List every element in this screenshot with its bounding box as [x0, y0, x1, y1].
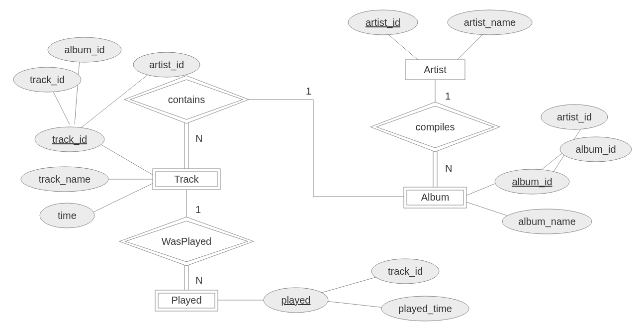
- rel-compiles: compiles: [370, 102, 500, 152]
- attr-artist-name: artist_name: [448, 10, 532, 35]
- attr-track-id-sub-label: track_id: [30, 74, 65, 86]
- card-contains-track: N: [195, 133, 202, 144]
- attr-track-id-played: track_id: [371, 259, 439, 284]
- rel-wasplayed: WasPlayed: [119, 217, 254, 266]
- attr-album-name-label: album_name: [518, 216, 576, 227]
- card-track-wasplayed: 1: [195, 204, 201, 215]
- attr-track-id-sub: track_id: [13, 67, 81, 92]
- attr-time: time: [40, 203, 94, 228]
- attr-track-id-played-label: track_id: [388, 266, 423, 277]
- attr-artist-id-sub-album: artist_id: [541, 105, 608, 129]
- rel-contains: contains: [124, 76, 249, 123]
- entity-album: Album: [404, 187, 466, 208]
- entity-track-label: Track: [174, 174, 199, 185]
- attr-artist-name-label: artist_name: [464, 17, 516, 28]
- svg-line-5: [463, 182, 500, 197]
- attr-track-name-label: track_name: [39, 174, 91, 185]
- rel-compiles-label: compiles: [416, 121, 455, 132]
- card-artist-compiles: 1: [445, 91, 451, 102]
- attr-artist-id-key: artist_id: [348, 10, 418, 35]
- attr-artist-id-key-label: artist_id: [366, 17, 400, 28]
- attr-played-key-label: played: [281, 295, 311, 306]
- attr-album-id-track: album_id: [48, 37, 121, 62]
- er-diagram: Artist artist_id artist_name compiles 1 …: [0, 0, 644, 326]
- attr-artist-id-track: artist_id: [133, 52, 200, 77]
- entity-artist: Artist: [405, 60, 465, 80]
- attr-track-id-key: track_id: [35, 127, 104, 152]
- edges: [50, 30, 587, 309]
- entity-artist-label: Artist: [424, 64, 447, 75]
- attr-played-time: played_time: [381, 296, 469, 321]
- entity-album-label: Album: [421, 192, 450, 203]
- attr-artist-id-sub-album-label: artist_id: [557, 111, 592, 123]
- attr-album-id-sub: album_id: [560, 137, 632, 162]
- attr-track-name: track_name: [21, 167, 108, 192]
- attr-album-id-key-label: album_id: [512, 176, 552, 188]
- svg-line-13: [90, 183, 154, 214]
- card-contains-album: 1: [306, 86, 311, 97]
- attr-played-time-label: played_time: [398, 303, 452, 315]
- entity-track: Track: [153, 169, 220, 190]
- attr-album-name: album_name: [502, 209, 592, 234]
- rel-wasplayed-label: WasPlayed: [162, 236, 211, 247]
- card-compiles-album: N: [445, 163, 452, 174]
- card-wasplayed-played: N: [195, 275, 202, 286]
- attr-album-id-key: album_id: [495, 169, 569, 194]
- rel-contains-label: contains: [168, 94, 205, 105]
- attr-played-key: played: [264, 288, 328, 313]
- attr-track-id-key-label: track_id: [52, 134, 87, 145]
- entity-played-label: Played: [171, 295, 201, 306]
- attr-album-id-sub-label: album_id: [575, 144, 616, 155]
- entity-played: Played: [155, 290, 218, 311]
- attr-artist-id-track-label: artist_id: [149, 59, 184, 71]
- attr-album-id-track-label: album_id: [64, 44, 104, 56]
- svg-line-15: [75, 60, 80, 124]
- attr-time-label: time: [58, 210, 77, 221]
